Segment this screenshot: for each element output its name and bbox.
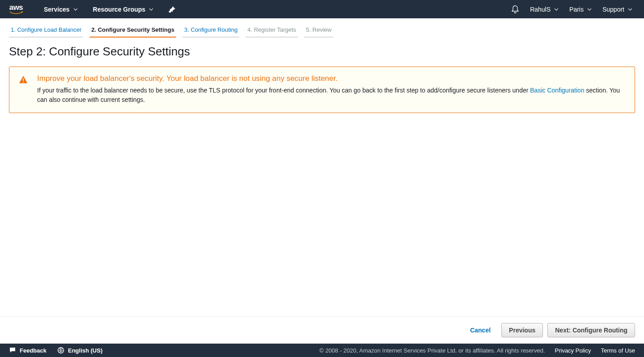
alert-body: Improve your load balancer's security. Y… xyxy=(37,74,626,105)
bottom-bar: Feedback English (US) © 2008 - 2020, Ama… xyxy=(0,344,644,357)
chevron-down-icon xyxy=(149,7,153,12)
wizard-tabs: 1. Configure Load Balancer 2. Configure … xyxy=(0,18,644,38)
warning-icon xyxy=(18,75,28,85)
top-nav: aws Services Resource Groups xyxy=(0,0,644,18)
feedback-label: Feedback xyxy=(20,347,47,354)
main-content: Step 2: Configure Security Settings Impr… xyxy=(0,38,644,316)
aws-smile-icon xyxy=(8,11,24,15)
resource-groups-label: Resource Groups xyxy=(93,6,145,13)
chevron-down-icon xyxy=(587,7,592,12)
globe-icon xyxy=(57,347,64,354)
wizard-tab-review: 5. Review xyxy=(304,25,333,38)
nav-left-menu: Services Resource Groups xyxy=(41,4,188,15)
chevron-down-icon xyxy=(628,7,632,12)
bottom-right: © 2008 - 2020, Amazon Internet Services … xyxy=(319,347,635,354)
svg-rect-0 xyxy=(23,78,24,81)
aws-logo[interactable]: aws xyxy=(8,4,24,15)
alert-text: If your traffic to the load balancer nee… xyxy=(37,86,626,105)
support-menu[interactable]: Support xyxy=(600,4,635,15)
wizard-tab-configure-security-settings[interactable]: 2. Configure Security Settings xyxy=(89,25,176,38)
copyright-text: © 2008 - 2020, Amazon Internet Services … xyxy=(319,347,545,354)
wizard-tab-register-targets: 4. Register Targets xyxy=(246,25,298,38)
wizard-toolbar: Cancel Previous Next: Configure Routing xyxy=(0,316,644,344)
notifications[interactable] xyxy=(508,4,522,15)
wizard-tab-configure-routing[interactable]: 3. Configure Routing xyxy=(182,25,239,38)
services-label: Services xyxy=(44,6,70,13)
region-menu[interactable]: Paris xyxy=(567,4,594,15)
services-menu[interactable]: Services xyxy=(41,4,80,15)
chat-icon xyxy=(9,347,16,354)
resource-groups-menu[interactable]: Resource Groups xyxy=(90,4,156,15)
previous-button[interactable]: Previous xyxy=(501,323,543,337)
security-alert: Improve your load balancer's security. Y… xyxy=(9,67,635,113)
region-label: Paris xyxy=(569,6,584,13)
privacy-policy-link[interactable]: Privacy Policy xyxy=(555,347,591,354)
alert-heading: Improve your load balancer's security. Y… xyxy=(37,74,626,83)
svg-rect-1 xyxy=(23,82,24,83)
bottom-left: Feedback English (US) xyxy=(9,347,102,354)
account-label: RahulS xyxy=(530,6,551,13)
terms-of-use-link[interactable]: Terms of Use xyxy=(601,347,635,354)
chevron-down-icon xyxy=(554,7,559,12)
next-button[interactable]: Next: Configure Routing xyxy=(547,323,635,337)
bell-icon xyxy=(511,5,519,13)
feedback-link[interactable]: Feedback xyxy=(9,347,47,354)
alert-text-part1: If your traffic to the load balancer nee… xyxy=(37,87,530,94)
support-label: Support xyxy=(602,6,624,13)
page-title: Step 2: Configure Security Settings xyxy=(9,45,635,59)
pin-icon xyxy=(169,6,176,13)
language-selector[interactable]: English (US) xyxy=(57,347,102,354)
account-menu[interactable]: RahulS xyxy=(527,4,561,15)
basic-configuration-link[interactable]: Basic Configuration xyxy=(530,87,584,94)
wizard-tab-configure-load-balancer[interactable]: 1. Configure Load Balancer xyxy=(9,25,83,38)
chevron-down-icon xyxy=(73,7,78,12)
language-label: English (US) xyxy=(68,347,102,354)
aws-logo-text: aws xyxy=(9,4,23,11)
pin-shortcut[interactable] xyxy=(166,4,178,15)
cancel-button[interactable]: Cancel xyxy=(464,323,497,337)
nav-right-menu: RahulS Paris Support xyxy=(508,4,635,15)
